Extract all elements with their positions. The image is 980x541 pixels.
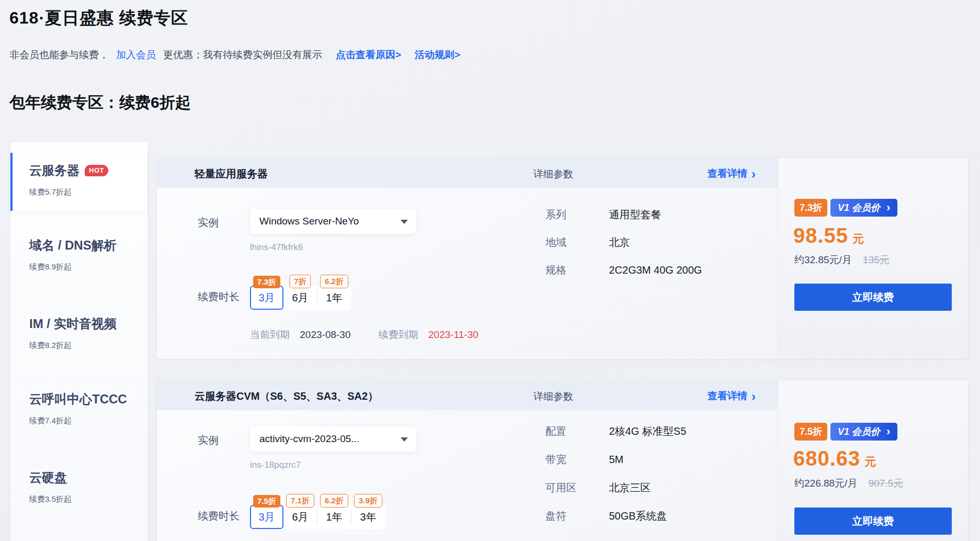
sidebar-item-label: 域名 / DNS解析 — [29, 237, 117, 254]
price-amount: 680.63 — [793, 447, 860, 470]
activity-rules-link[interactable]: 活动规则> — [415, 48, 460, 62]
spec-label: 盘符 — [545, 509, 607, 523]
duration-option-6m[interactable]: 7.1折 6月 — [283, 505, 317, 529]
duration-option-label: 6月 — [292, 291, 308, 305]
hot-badge: HOT — [85, 165, 108, 176]
instance-select-value: Windows Server-NeYo — [259, 216, 359, 227]
spec-row: 带宽 5M — [545, 453, 623, 467]
member-price-label: V1 会员价 — [838, 201, 880, 214]
view-reason-link[interactable]: 点击查看原因> — [336, 48, 401, 62]
monthly-price: 约32.85元/月 — [794, 254, 852, 265]
view-detail-label: 查看详情 — [708, 167, 747, 181]
chevron-right-icon: › — [886, 427, 890, 436]
instance-select-value: activity-cvm-2023-05... — [259, 433, 359, 445]
join-member-link[interactable]: 加入会员 — [116, 48, 156, 62]
duration-option-3y[interactable]: 3.9折 3年 — [351, 505, 385, 529]
params-label: 详细参数 — [533, 167, 573, 181]
spec-value: 2核4G 标准型S5 — [609, 425, 686, 437]
price-discount-badge: 7.5折 — [794, 423, 827, 441]
sidebar-item-label: 云服务器 — [29, 162, 79, 179]
spec-row: 规格 2C2G3M 40G 200G — [545, 263, 702, 277]
spec-row: 配置 2核4G 标准型S5 — [545, 424, 686, 438]
sidebar-item-cloud-server[interactable]: 云服务器 HOT 续费5.7折起 — [10, 153, 147, 211]
subtitle-text: 非会员也能参与续费， — [9, 48, 109, 62]
caret-down-icon — [401, 437, 408, 442]
card-header: 云服务器CVM（S6、S5、SA3、SA2） 详细参数 查看详情 › — [157, 380, 778, 410]
renew-now-button[interactable]: 立即续费 — [794, 508, 952, 535]
duration-option-label: 1年 — [326, 291, 342, 305]
member-price-label: V1 会员价 — [838, 425, 880, 438]
spec-value: 北京 — [609, 236, 630, 248]
member-price-badge[interactable]: V1 会员价 › — [830, 199, 897, 217]
spec-label: 可用区 — [545, 481, 607, 495]
duration-selector: 7.5折 3月 7.1折 6月 6.2折 1年 3.9折 3年 — [250, 505, 385, 529]
discount-badge: 6.2折 — [320, 494, 348, 508]
sidebar-item-label: 云硬盘 — [29, 469, 67, 486]
spec-row: 地域 北京 — [545, 235, 630, 250]
duration-option-3m[interactable]: 7.5折 3月 — [250, 505, 283, 529]
instance-id: ins-18pqzrc7 — [250, 460, 301, 470]
view-detail-link[interactable]: 查看详情 › — [708, 389, 756, 403]
sidebar-item-dns[interactable]: 域名 / DNS解析 续费8.9折起 — [10, 237, 147, 272]
sidebar-item-sub: 续费5.7折起 — [29, 187, 147, 197]
sidebar-item-cbs[interactable]: 云硬盘 续费3.5折起 — [10, 469, 147, 504]
product-card-cvm: 云服务器CVM（S6、S5、SA3、SA2） 详细参数 查看详情 › 实例 ac… — [157, 380, 968, 541]
duration-selector: 7.3折 3月 7折 6月 6.2折 1年 — [250, 286, 351, 310]
chevron-right-icon: › — [751, 391, 756, 401]
spec-label: 系列 — [545, 208, 607, 222]
instance-id: lhins-47fkfrk6 — [250, 242, 303, 253]
view-detail-link[interactable]: 查看详情 › — [708, 167, 756, 181]
params-label: 详细参数 — [533, 390, 573, 403]
sidebar-item-sub: 续费8.9折起 — [29, 262, 147, 272]
price-unit: 元 — [864, 454, 876, 470]
renew-expiry-date: 2023-11-30 — [428, 329, 478, 340]
sidebar-item-tccc[interactable]: 云呼叫中心TCCC 续费7.4折起 — [10, 391, 147, 426]
card-title: 轻量应用服务器 — [195, 167, 268, 181]
price-panel: 7.3折 V1 会员价 › 98.55 元 约32.85元/月 135元 立即续… — [778, 158, 968, 359]
spec-row: 可用区 北京三区 — [545, 481, 651, 495]
member-price-badge[interactable]: V1 会员价 › — [830, 423, 897, 441]
original-price: 135元 — [863, 254, 890, 265]
duration-label: 续费时长 — [198, 290, 240, 304]
duration-option-1y[interactable]: 6.2折 1年 — [317, 286, 351, 310]
page-title: 618·夏日盛惠 续费专区 — [9, 7, 188, 30]
caret-down-icon — [401, 220, 408, 224]
discount-badge: 7.3折 — [253, 276, 280, 288]
chevron-right-icon: › — [886, 203, 890, 212]
duration-option-3m[interactable]: 7.3折 3月 — [250, 286, 283, 310]
original-price: 907.5元 — [869, 478, 904, 489]
spec-value: 北京三区 — [609, 482, 651, 493]
duration-option-label: 3月 — [258, 510, 275, 524]
renew-now-button[interactable]: 立即续费 — [794, 284, 952, 311]
spec-value: 通用型套餐 — [609, 209, 661, 220]
expiry-row: 当前到期 2023-08-30 续费到期 2023-11-30 — [250, 328, 478, 342]
discount-badge: 7.5折 — [253, 495, 280, 508]
spec-value: 2C2G3M 40G 200G — [609, 264, 702, 276]
duration-option-label: 6月 — [292, 510, 308, 524]
sidebar-item-im[interactable]: IM / 实时音视频 续费8.2折起 — [10, 315, 147, 351]
discount-badge: 7.1折 — [286, 494, 314, 508]
spec-value: 50GB系统盘 — [609, 510, 667, 522]
discount-badge: 6.2折 — [320, 275, 348, 288]
price-amount: 98.55 — [793, 224, 848, 247]
instance-select[interactable]: Windows Server-NeYo — [250, 209, 416, 234]
sidebar-item-sub: 续费7.4折起 — [29, 416, 147, 426]
sidebar-item-label: IM / 实时音视频 — [29, 315, 117, 332]
duration-option-1y[interactable]: 6.2折 1年 — [317, 505, 351, 529]
spec-label: 地域 — [545, 235, 607, 250]
instance-select[interactable]: activity-cvm-2023-05... — [250, 426, 416, 452]
spec-label: 带宽 — [545, 453, 607, 467]
section-heading: 包年续费专区：续费6折起 — [9, 92, 191, 114]
sidebar-item-label: 云呼叫中心TCCC — [29, 391, 127, 408]
card-title: 云服务器CVM（S6、S5、SA3、SA2） — [195, 389, 378, 403]
subtitle: 非会员也能参与续费， 加入会员 更优惠；我有待续费实例但没有展示 点击查看原因>… — [9, 48, 460, 62]
duration-option-label: 3年 — [360, 510, 376, 524]
spec-label: 配置 — [545, 424, 607, 438]
current-expiry-date: 2023-08-30 — [300, 329, 350, 340]
discount-badge: 3.9折 — [354, 494, 382, 508]
duration-option-label: 1年 — [326, 510, 342, 524]
duration-option-6m[interactable]: 7折 6月 — [283, 286, 317, 310]
sidebar-item-sub: 续费8.2折起 — [29, 341, 147, 351]
duration-label: 续费时长 — [198, 509, 240, 523]
chevron-right-icon: › — [751, 169, 756, 179]
